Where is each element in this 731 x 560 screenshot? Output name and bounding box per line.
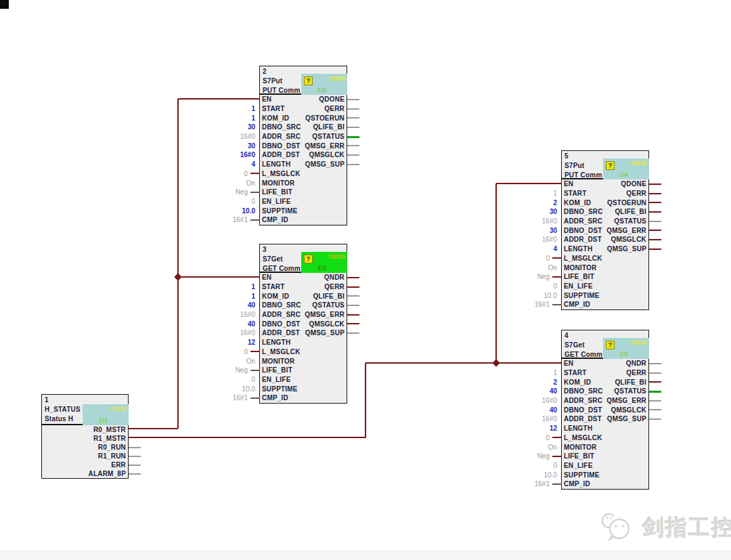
input-value[interactable]: 16#0 — [522, 397, 557, 404]
input-port-dbno_src[interactable]: DBNO_SRC — [564, 387, 603, 395]
input-port-en_life[interactable]: EN_LIFE — [564, 282, 593, 290]
input-port-start[interactable]: START — [262, 283, 285, 290]
input-port-monitor[interactable]: MONITOR — [262, 179, 294, 187]
input-port-start[interactable]: START — [564, 190, 587, 197]
output-port-qerr[interactable]: QERR — [626, 190, 646, 197]
input-value[interactable]: 16#1 — [213, 394, 248, 402]
input-value[interactable]: 40 — [220, 301, 255, 309]
output-port-qmsg_sup[interactable]: QMSG_SUP — [607, 245, 646, 253]
input-port-l_msglck[interactable]: L_MSGLCK — [564, 255, 602, 262]
connection-wire[interactable] — [129, 437, 366, 438]
input-port-dbno_src[interactable]: DBNO_SRC — [262, 301, 301, 309]
output-port-qstatus[interactable]: QSTATUS — [614, 217, 646, 225]
output-port-qstoerun[interactable]: QSTOERUN — [607, 199, 646, 207]
connection-wire[interactable] — [178, 98, 259, 100]
input-port-dbno_dst[interactable]: DBNO_DST — [564, 227, 602, 234]
input-value[interactable]: 40 — [220, 320, 255, 328]
run-task-box[interactable]: OB351/1 — [83, 404, 129, 425]
input-port-en[interactable]: EN — [262, 95, 271, 103]
input-port-length[interactable]: LENGTH — [262, 339, 290, 346]
input-value[interactable]: 10.0 — [522, 471, 557, 479]
input-port-l_msglck[interactable]: L_MSGLCK — [564, 434, 602, 441]
output-port-qmsglck[interactable]: QMSGLCK — [309, 320, 345, 328]
input-value[interactable]: 40 — [522, 387, 557, 395]
output-port-qmsg_sup[interactable]: QMSG_SUP — [607, 415, 646, 423]
input-port-en[interactable]: EN — [564, 180, 573, 188]
input-value[interactable]: 1 — [522, 190, 557, 197]
input-value[interactable]: 16#0 — [220, 133, 255, 140]
connection-wire[interactable] — [177, 99, 179, 429]
question-icon[interactable]: ? — [304, 255, 313, 263]
input-port-kom_id[interactable]: KOM_ID — [262, 114, 289, 122]
input-port-start[interactable]: START — [262, 105, 285, 112]
input-value[interactable]: Neg — [213, 366, 248, 374]
function-block-5[interactable]: 5S7PutPUT Comm?OB351/4ENQDONESTARTQERR1K… — [561, 150, 649, 310]
output-port-qstatus[interactable]: QSTATUS — [614, 387, 646, 395]
output-port-qerr[interactable]: QERR — [626, 369, 646, 376]
input-value[interactable]: 0 — [213, 170, 248, 177]
input-value[interactable]: 40 — [522, 406, 557, 414]
input-value[interactable]: 0 — [522, 462, 557, 469]
input-value[interactable]: 30 — [220, 142, 255, 150]
output-port-qdone[interactable]: QDONE — [621, 180, 646, 188]
run-task-box[interactable]: ?OB351/4 — [603, 158, 649, 179]
input-port-addr_src[interactable]: ADDR_SRC — [262, 133, 301, 140]
connection-wire[interactable] — [365, 363, 366, 437]
output-port-qmsglck[interactable]: QMSGLCK — [611, 406, 646, 414]
input-value[interactable]: 1 — [220, 283, 255, 290]
output-port-qmsglck[interactable]: QMSGLCK — [611, 236, 646, 243]
input-value[interactable]: 16#0 — [522, 217, 557, 225]
output-port-qmsg_sup[interactable]: QMSG_SUP — [305, 329, 345, 337]
input-port-en_life[interactable]: EN_LIFE — [564, 462, 593, 469]
input-port-life_bit[interactable]: LIFE_BIT — [262, 188, 292, 196]
output-port-qerr[interactable]: QERR — [324, 283, 345, 290]
input-port-addr_dst[interactable]: ADDR_DST — [564, 236, 602, 243]
connection-wire[interactable] — [495, 184, 497, 363]
input-value[interactable]: 12 — [220, 339, 255, 346]
input-port-en[interactable]: EN — [564, 360, 573, 367]
connection-wire[interactable] — [178, 276, 259, 278]
input-value[interactable]: 4 — [220, 160, 255, 168]
input-value[interactable]: 0 — [522, 282, 557, 290]
function-block-1[interactable]: 1H_STATUSStatus HOB351/1R0_MSTRR1_MSTRR0… — [41, 394, 129, 479]
input-value[interactable]: 16#0 — [220, 311, 255, 318]
input-port-supptime[interactable]: SUPPTIME — [564, 292, 600, 299]
question-icon[interactable]: ? — [304, 77, 313, 85]
input-port-dbno_dst[interactable]: DBNO_DST — [262, 142, 301, 150]
input-value[interactable]: 16#1 — [514, 301, 550, 308]
output-port-r1_run[interactable]: R1_RUN — [98, 452, 126, 460]
cfc-chart-canvas[interactable]: 剑指工控 1H_STATUSStatus HOB351/1R0_MSTRR1_M… — [0, 0, 731, 560]
input-port-cmp_id[interactable]: CMP_ID — [564, 301, 590, 308]
input-value[interactable]: 30 — [522, 227, 557, 234]
input-port-dbno_dst[interactable]: DBNO_DST — [262, 320, 301, 328]
output-port-r0_mstr[interactable]: R0_MSTR — [93, 426, 126, 433]
output-port-qmsglck[interactable]: QMSGLCK — [309, 151, 345, 158]
input-port-addr_src[interactable]: ADDR_SRC — [262, 311, 301, 318]
input-value[interactable]: 16#1 — [213, 216, 248, 223]
input-value[interactable]: 12 — [522, 425, 557, 432]
input-value[interactable]: On — [522, 264, 557, 272]
input-port-start[interactable]: START — [564, 369, 587, 376]
output-port-qmsg_err[interactable]: QMSG_ERR — [606, 397, 646, 404]
output-port-qndr[interactable]: QNDR — [626, 360, 646, 367]
output-port-qmsg_sup[interactable]: QMSG_SUP — [305, 160, 345, 168]
input-port-addr_dst[interactable]: ADDR_DST — [564, 415, 602, 423]
input-value[interactable]: 16#0 — [522, 236, 557, 243]
input-value[interactable]: 4 — [522, 245, 557, 253]
input-port-monitor[interactable]: MONITOR — [564, 264, 596, 272]
input-value[interactable]: 0 — [220, 198, 255, 205]
input-port-length[interactable]: LENGTH — [564, 245, 592, 253]
output-port-qstatus[interactable]: QSTATUS — [312, 301, 345, 309]
input-port-cmp_id[interactable]: CMP_ID — [262, 216, 288, 223]
input-value[interactable]: 30 — [522, 208, 557, 215]
run-task-box[interactable]: ?OB351/2 — [301, 74, 347, 95]
output-port-qstatus[interactable]: QSTATUS — [312, 133, 345, 140]
input-value[interactable]: Neg — [514, 452, 550, 460]
input-port-en_life[interactable]: EN_LIFE — [262, 376, 291, 383]
input-value[interactable]: 16#1 — [514, 480, 550, 488]
function-block-2[interactable]: 2S7PutPUT Comm?OB351/2ENQDONESTARTQERR1K… — [259, 66, 347, 225]
input-port-kom_id[interactable]: KOM_ID — [564, 379, 591, 386]
input-port-life_bit[interactable]: LIFE_BIT — [262, 366, 292, 374]
output-port-alarm_8p[interactable]: ALARM_8P — [89, 470, 127, 477]
run-task-box[interactable]: ?OB351/3 — [301, 252, 347, 273]
